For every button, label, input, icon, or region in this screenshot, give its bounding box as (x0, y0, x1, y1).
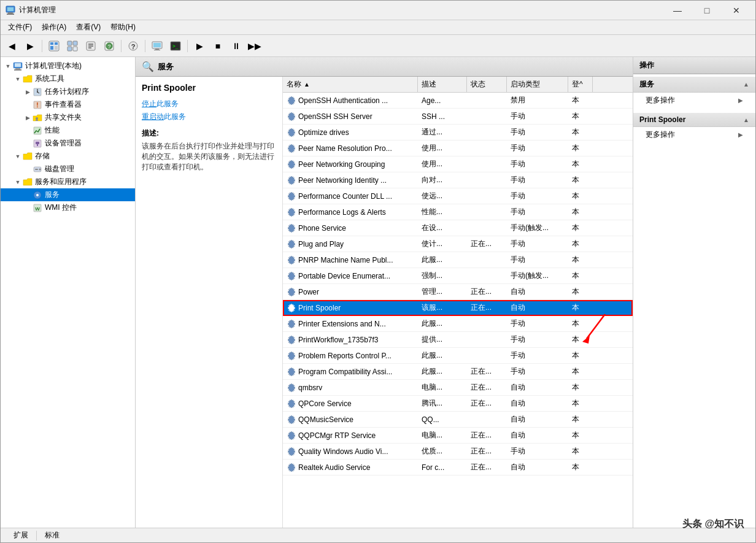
table-row[interactable]: Peer Networking Grouping 使用...手动本 (283, 156, 633, 172)
chevron-right-icon-2: ▶ (738, 131, 743, 138)
table-row[interactable]: PrintWorkflow_1735b7f3 提供...手动本 (283, 332, 633, 348)
toolbar-btn4[interactable]: ? (101, 37, 118, 55)
toolbar-back[interactable]: ◀ (3, 37, 20, 55)
toolbar-btn3[interactable] (82, 37, 99, 55)
cell-service-status (467, 348, 507, 363)
cell-service-name: Realtek Audio Service (283, 460, 418, 475)
close-button[interactable]: ✕ (722, 3, 750, 18)
tree-services[interactable]: ▶ 服务 (1, 188, 135, 201)
svg-text:W: W (35, 206, 40, 212)
table-row[interactable]: Printer Extensions and N... 此服...手动本 (283, 316, 633, 332)
cell-service-name: Peer Networking Grouping (283, 156, 418, 172)
tree-storage[interactable]: ▼ 存储 (1, 150, 135, 163)
menu-bar: 文件(F) 操作(A) 查看(V) 帮助(H) (1, 20, 755, 35)
svg-text:?: ? (131, 43, 136, 50)
tree-wmi[interactable]: ▶ W WMI 控件 (1, 201, 135, 214)
cell-service-status (467, 93, 507, 108)
table-row[interactable]: QQMusicService QQ...自动本 (283, 412, 633, 428)
table-row[interactable]: Portable Device Enumerat... 强制...手动(触发..… (283, 268, 633, 284)
table-row[interactable]: PNRP Machine Name Publ... 此服...手动本 (283, 252, 633, 268)
menu-help[interactable]: 帮助(H) (106, 21, 141, 34)
toolbar-monitor[interactable] (148, 37, 166, 55)
tree-device-manager[interactable]: ▶ 设备管理器 (1, 137, 135, 150)
cell-service-desc: 使远... (418, 188, 467, 204)
row-wrapper: Performance Counter DLL ... 使远...手动本 (283, 188, 633, 204)
toolbar-sep4 (187, 40, 188, 52)
cell-service-logon: 本 (568, 188, 593, 204)
actions-more-services[interactable]: 更多操作 ▶ (633, 93, 755, 108)
cell-service-name: Peer Networking Identity ... (283, 172, 418, 188)
col-header-startup[interactable]: 启动类型 (507, 77, 568, 92)
toolbar-play[interactable]: ▶ (191, 37, 208, 55)
table-row[interactable]: qmbsrv 电脑...正在...自动本 (283, 380, 633, 396)
actions-section-title-print[interactable]: Print Spooler ▲ (633, 113, 755, 127)
desc-label: 描述: (142, 128, 276, 139)
col-header-logon[interactable]: 登^ (568, 77, 593, 92)
table-row[interactable]: Performance Counter DLL ... 使远...手动本 (283, 188, 633, 204)
col-header-desc[interactable]: 描述 (418, 77, 467, 92)
status-tab-expand[interactable]: 扩展 (7, 528, 35, 543)
table-row[interactable]: Problem Reports Control P... 此服...手动本 (283, 348, 633, 364)
cell-service-status: 正在... (467, 380, 507, 395)
table-row[interactable]: Power 管理...正在...自动本 (283, 284, 633, 300)
actions-more-print[interactable]: 更多操作 ▶ (633, 127, 755, 142)
cell-service-startup: 自动 (507, 428, 568, 443)
cell-service-startup: 手动 (507, 125, 568, 140)
toolbar-forward[interactable]: ▶ (21, 37, 39, 55)
table-row[interactable]: Quality Windows Audio Vi... 优质...正在...手动… (283, 444, 633, 460)
table-row[interactable]: QPCore Service 腾讯...正在...自动本 (283, 396, 633, 412)
tree-shared-folder[interactable]: ▶ 共享文件夹 (1, 111, 135, 124)
tree-root[interactable]: ▼ 计算机管理(本地) (1, 60, 135, 72)
tree-expander-task: ▶ (23, 87, 33, 97)
menu-action[interactable]: 操作(A) (37, 21, 71, 34)
cell-service-startup: 手动 (507, 188, 568, 204)
svg-rect-10 (73, 41, 77, 45)
cell-service-name: Optimize drives (283, 125, 418, 140)
table-row[interactable]: Performance Logs & Alerts 性能...手动本 (283, 204, 633, 220)
toolbar-pause[interactable]: ⏸ (228, 37, 245, 55)
table-row[interactable]: Plug and Play 使计...正在...手动本 (283, 236, 633, 252)
toolbar-console[interactable]: >_ (167, 37, 184, 55)
toolbar-btn2[interactable] (64, 37, 81, 55)
menu-view[interactable]: 查看(V) (71, 21, 106, 34)
actions-section-title-services[interactable]: 服务 ▲ (633, 77, 755, 93)
cell-service-desc: 使用... (418, 156, 467, 172)
status-tab-standard[interactable]: 标准 (38, 528, 66, 543)
tree-expander-root: ▼ (3, 61, 13, 71)
table-row[interactable]: Peer Networking Identity ... 向对...手动本 (283, 172, 633, 188)
table-row[interactable]: Peer Name Resolution Pro... 使用...手动本 (283, 141, 633, 156)
toolbar-btn1[interactable] (45, 37, 63, 55)
svg-rect-30 (15, 68, 20, 69)
tree-performance[interactable]: ▶ 性能 (1, 124, 135, 137)
tree-services-apps[interactable]: ▼ 服务和应用程序 (1, 175, 135, 188)
toolbar: ◀ ▶ ? ? >_ ▶ ■ ⏸ ▶▶ (1, 35, 755, 57)
toolbar-stop[interactable]: ■ (209, 37, 226, 55)
row-wrapper: Printer Extensions and N... 此服...手动本 (283, 316, 633, 332)
table-row[interactable]: Print Spooler 该服...正在...自动本 (283, 300, 633, 316)
tree-system-tools[interactable]: ▼ 系统工具 (1, 72, 135, 85)
table-row[interactable]: Phone Service 在设...手动(触发...本 (283, 220, 633, 236)
restart-service-link[interactable]: 重启动此服务 (142, 112, 186, 122)
tree-disk-management[interactable]: ▶ 磁盘管理 (1, 163, 135, 175)
minimize-button[interactable]: — (663, 3, 692, 18)
cell-service-status: 正在... (467, 284, 507, 299)
cell-service-logon: 本 (568, 316, 593, 331)
col-header-name[interactable]: 名称 ▲ (283, 77, 418, 92)
table-row[interactable]: Realtek Audio Service For c...正在...自动本 (283, 460, 633, 476)
cell-service-desc: QQ... (418, 412, 467, 427)
cell-service-name: QPCore Service (283, 396, 418, 411)
col-header-status[interactable]: 状态 (467, 77, 507, 92)
table-row[interactable]: OpenSSH SSH Server SSH ...手动本 (283, 109, 633, 125)
toolbar-question[interactable]: ? (125, 37, 142, 55)
cell-service-desc: 性能... (418, 204, 467, 220)
menu-file[interactable]: 文件(F) (3, 21, 37, 34)
toolbar-restart[interactable]: ▶▶ (246, 37, 263, 55)
stop-service-link[interactable]: 停止此服务 (142, 99, 179, 108)
tree-event-viewer[interactable]: ▶ ! 事件查看器 (1, 98, 135, 111)
table-row[interactable]: Program Compatibility Assi... 此服...正在...… (283, 364, 633, 380)
table-row[interactable]: Optimize drives 通过...手动本 (283, 125, 633, 141)
maximize-button[interactable]: □ (693, 3, 721, 18)
table-row[interactable]: QQPCMgr RTP Service 电脑...正在...自动本 (283, 428, 633, 444)
table-row[interactable]: OpenSSH Authentication ... Age...禁用本 (283, 93, 633, 109)
tree-task-scheduler[interactable]: ▶ 任务计划程序 (1, 85, 135, 98)
